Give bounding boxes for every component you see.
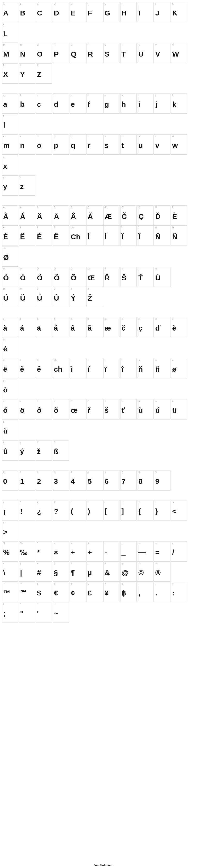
glyph-cell: tt — [120, 134, 137, 155]
glyph-char: 7 — [122, 474, 135, 490]
glyph-char: ù — [138, 404, 152, 419]
glyph-char: i — [138, 98, 152, 113]
glyph-cell: îî — [120, 358, 137, 378]
glyph-cell: 55 — [87, 470, 103, 491]
glyph-label: y — [3, 177, 17, 180]
glyph-label: _ — [122, 542, 135, 546]
glyph-cell: jj — [154, 93, 171, 114]
glyph-label: š — [105, 400, 118, 404]
glyph-label: [ — [105, 501, 118, 504]
glyph-cell: YY — [19, 63, 35, 84]
glyph-cell: XX — [2, 63, 19, 84]
glyph-cell: ×× — [53, 541, 69, 562]
glyph-label: 3 — [54, 471, 68, 474]
glyph-cell: ÍÍ — [103, 226, 120, 246]
glyph-row: MMNNOOPPQQRRSSTTUUVVWW — [2, 43, 204, 63]
glyph-char: 2 — [37, 474, 51, 490]
glyph-label: * — [37, 542, 51, 546]
glyph-label: s — [105, 135, 118, 139]
glyph-label: $ — [37, 583, 51, 586]
glyph-char: - — [105, 546, 118, 561]
glyph-cell: ßß — [53, 440, 69, 461]
glyph-cell: ÅÅ — [53, 206, 69, 226]
glyph-cell: zz — [19, 176, 35, 196]
glyph-char: ℠ — [20, 586, 34, 602]
glyph-label: b — [20, 94, 34, 98]
glyph-char: 1 — [20, 474, 34, 490]
glyph-label: B — [20, 3, 34, 6]
glyph-cell: ££ — [87, 582, 103, 602]
glyph-cell: ChCh — [70, 226, 86, 246]
glyph-label: ¿ — [37, 501, 51, 504]
glyph-char: č — [122, 321, 135, 337]
glyph-char: ä — [37, 321, 51, 337]
glyph-char: 4 — [71, 474, 85, 490]
glyph-label: / — [172, 542, 186, 546]
glyph-cell: !! — [19, 500, 35, 521]
glyph-row: \\||##§§¶¶µµ&&@@©©®® — [2, 562, 204, 582]
glyph-cell: FF — [87, 2, 103, 22]
glyph-char: M — [3, 48, 17, 63]
glyph-cell: aa — [2, 93, 19, 114]
glyph-cell: CC — [36, 2, 52, 22]
glyph-row: 00112233445566778899 — [2, 470, 204, 491]
glyph-label: F — [88, 3, 102, 6]
glyph-char: ö — [20, 404, 34, 419]
glyph-char: } — [155, 504, 169, 520]
glyph-char: Ò — [3, 271, 17, 287]
glyph-label: V — [155, 44, 169, 48]
glyph-cell: 11 — [19, 470, 35, 491]
glyph-char: ê — [37, 363, 51, 378]
glyph-row: ÒÒÓÓÖÖÔÔÕÕŒŒŘŘŠŠŤŤÙÙ — [2, 267, 204, 287]
glyph-char: œ — [71, 404, 85, 419]
glyph-char: ; — [3, 607, 17, 622]
glyph-label: 8 — [138, 471, 152, 474]
glyph-label: u — [138, 135, 152, 139]
glyph-label: ; — [3, 603, 17, 607]
glyph-char: F — [88, 6, 102, 22]
glyph-char: x — [3, 159, 17, 175]
glyph-cell: qq — [70, 134, 86, 155]
glyph-label: á — [20, 318, 34, 321]
glyph-cell: chch — [53, 358, 69, 378]
glyph-cell: ŇŇ — [154, 226, 171, 246]
glyph-row: mmnnooppqqrrssttuuvvwwxx — [2, 134, 204, 176]
glyph-char: Ä — [37, 210, 51, 225]
glyph-label: & — [105, 563, 118, 566]
glyph-char: f — [88, 98, 102, 113]
glyph-label: ř — [88, 400, 102, 404]
glyph-char: | — [20, 566, 34, 581]
glyph-char: ch — [54, 363, 68, 378]
glyph-cell: €€ — [53, 582, 69, 602]
glyph-char: š — [105, 404, 118, 419]
glyph-char: N — [20, 48, 34, 63]
glyph-label: Ä — [37, 206, 51, 210]
glyph-char: â — [71, 321, 85, 337]
glyph-label: C — [37, 3, 51, 6]
glyph-label: à — [3, 318, 17, 321]
glyph-label: v — [155, 135, 169, 139]
glyph-cell: LL — [2, 23, 19, 43]
glyph-char: í — [88, 363, 102, 378]
glyph-section: AABBCCDDEEFFGGHHIIJJKKLLMMNNOOPPQQRRSSTT… — [2, 2, 204, 84]
glyph-char: Ç — [138, 210, 152, 225]
glyph-label: t — [122, 135, 135, 139]
glyph-char: y — [3, 180, 17, 195]
glyph-char: Ý — [71, 291, 85, 307]
glyph-label: f — [88, 94, 102, 98]
glyph-char: Q — [71, 48, 85, 63]
glyph-cell: oo — [36, 134, 52, 155]
glyph-char: Ì — [88, 230, 102, 246]
glyph-label: m — [3, 135, 17, 139]
glyph-char: o — [37, 139, 51, 154]
glyph-cell: ÜÜ — [19, 287, 35, 307]
glyph-label: 4 — [71, 471, 85, 474]
glyph-label: ' — [37, 603, 51, 607]
glyph-cell: šš — [103, 399, 120, 420]
glyph-char: Ě — [37, 230, 51, 246]
glyph-label: w — [172, 135, 186, 139]
glyph-char: ď — [155, 321, 169, 337]
glyph-label: À — [3, 206, 17, 210]
glyph-label: ý — [20, 441, 34, 445]
glyph-cell: åå — [53, 317, 69, 337]
